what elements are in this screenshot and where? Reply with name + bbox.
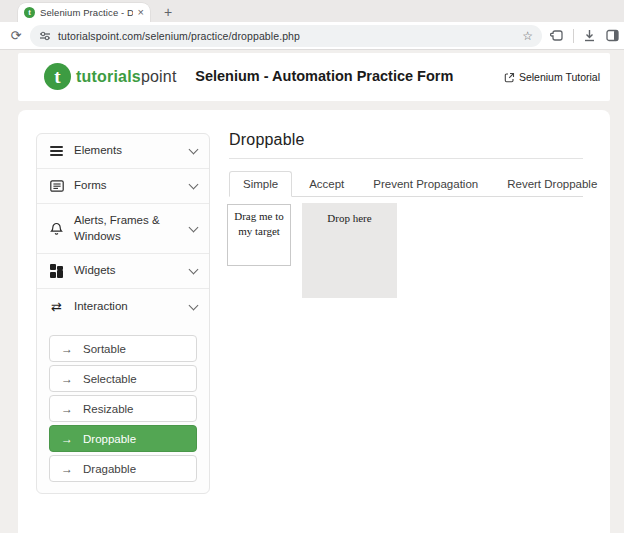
sidebar-item-droppable[interactable]: → Droppable: [49, 425, 197, 452]
browser-tab[interactable]: t Selenium Practice - Droppabl ×: [18, 3, 150, 22]
tab-accept[interactable]: Accept: [297, 172, 356, 196]
draggable-source-box[interactable]: Drag me to my target: [227, 204, 291, 266]
sidebar-item-resizable[interactable]: → Resizable: [49, 395, 197, 422]
tab-title: Selenium Practice - Droppabl: [40, 7, 133, 18]
main-content-card: Elements Forms Alerts, Frames & Windows …: [18, 110, 610, 533]
sidebar-item-dragabble[interactable]: → Dragabble: [49, 455, 197, 482]
section-label: Interaction: [74, 299, 180, 315]
heading-divider: [229, 158, 583, 159]
tab-close-icon[interactable]: ×: [138, 7, 144, 18]
sidebar-item-selectable[interactable]: → Selectable: [49, 365, 197, 392]
logo-text: tutorialspoint: [76, 68, 177, 86]
external-link-icon: [504, 72, 515, 83]
drop-target-box[interactable]: Drop here: [302, 203, 397, 298]
extensions-icon[interactable]: [550, 28, 565, 43]
sidebar-item-label: Sortable: [83, 343, 126, 355]
sidebar-section-forms[interactable]: Forms: [37, 169, 209, 204]
bell-icon: [49, 222, 64, 236]
chevron-down-icon: [189, 222, 199, 232]
url-text[interactable]: tutorialspoint.com/selenium/practice/dro…: [58, 30, 515, 42]
sidebar-section-alerts-frames-windows[interactable]: Alerts, Frames & Windows: [37, 204, 209, 254]
tutorialspoint-logo-icon: t: [44, 63, 71, 90]
chevron-down-icon: [189, 265, 199, 275]
sidebar-item-label: Resizable: [83, 403, 134, 415]
selenium-tutorial-link[interactable]: Selenium Tutorial: [504, 71, 600, 83]
address-bar[interactable]: tutorialspoint.com/selenium/practice/dro…: [30, 25, 542, 47]
right-arrow-icon: →: [61, 372, 73, 386]
bookmark-star-icon[interactable]: ☆: [522, 29, 533, 43]
sidebar-item-sortable[interactable]: → Sortable: [49, 335, 197, 362]
tab-simple[interactable]: Simple: [229, 171, 292, 197]
swap-arrows-icon: ⇄: [49, 300, 64, 313]
tutorialspoint-favicon-icon: t: [24, 7, 35, 18]
tab-prevent-propagation[interactable]: Prevent Propagation: [361, 172, 490, 196]
chevron-down-icon: [189, 300, 199, 310]
right-arrow-icon: →: [61, 342, 73, 356]
chevron-down-icon: [189, 180, 199, 190]
interaction-submenu: → Sortable → Selectable → Resizable → Dr…: [37, 324, 209, 482]
side-panel-icon[interactable]: [605, 28, 620, 43]
section-label: Elements: [74, 143, 180, 159]
page-title: Selenium - Automation Practice Form: [195, 68, 453, 84]
site-header: t tutorialspoint Selenium - Automation P…: [18, 53, 610, 101]
download-icon[interactable]: [582, 28, 597, 43]
sidebar-section-elements[interactable]: Elements: [37, 134, 209, 169]
widgets-grid-icon: [49, 264, 64, 278]
site-settings-icon[interactable]: [39, 30, 51, 42]
section-label: Widgets: [74, 263, 180, 279]
right-arrow-icon: →: [61, 432, 73, 446]
new-tab-button[interactable]: +: [158, 2, 178, 22]
sidebar-item-label: Selectable: [83, 373, 137, 385]
selenium-tutorial-label: Selenium Tutorial: [519, 71, 600, 83]
hamburger-icon: [49, 144, 64, 158]
right-arrow-icon: →: [61, 402, 73, 416]
content-heading: Droppable: [229, 131, 583, 149]
droppable-content: Droppable Simple Accept Prevent Propagat…: [229, 131, 583, 197]
sidebar-item-label: Dragabble: [83, 463, 136, 475]
logo-text-bold: tutorials: [76, 68, 141, 85]
sidebar-section-widgets[interactable]: Widgets: [37, 254, 209, 289]
section-label: Forms: [74, 178, 180, 194]
sidebar: Elements Forms Alerts, Frames & Windows …: [36, 133, 210, 494]
sidebar-item-label: Droppable: [83, 433, 136, 445]
form-list-icon: [49, 180, 64, 192]
section-label: Alerts, Frames & Windows: [74, 213, 180, 244]
sidebar-section-interaction[interactable]: ⇄ Interaction: [37, 289, 209, 324]
reload-icon[interactable]: ⟳: [5, 28, 27, 43]
demo-tab-bar: Simple Accept Prevent Propagation Revert…: [229, 171, 583, 197]
browser-tab-strip: t Selenium Practice - Droppabl × +: [0, 0, 624, 22]
tutorialspoint-logo[interactable]: t tutorialspoint: [44, 63, 177, 90]
chevron-down-icon: [189, 145, 199, 155]
tab-revert-droppable[interactable]: Revert Droppable: [495, 172, 609, 196]
toolbar-divider: [573, 29, 574, 43]
right-arrow-icon: →: [61, 462, 73, 476]
browser-toolbar: ⟳ tutorialspoint.com/selenium/practice/d…: [0, 22, 624, 50]
logo-text-light: point: [141, 68, 177, 85]
